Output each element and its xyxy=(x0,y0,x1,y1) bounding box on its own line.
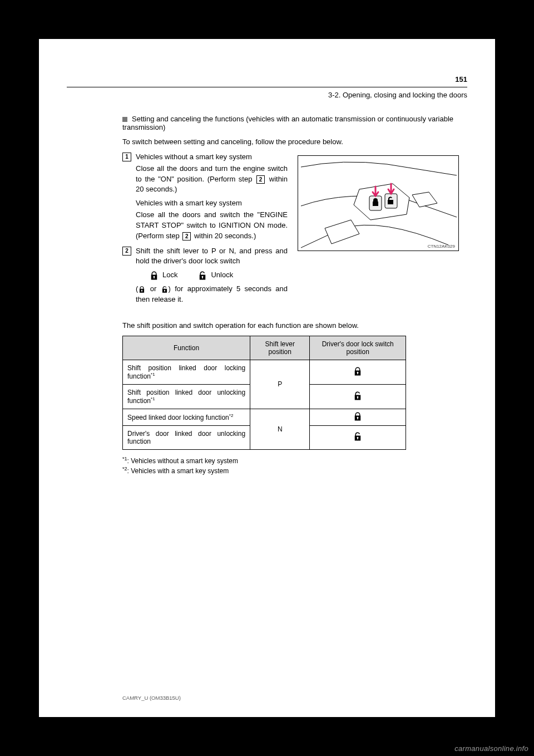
step-number-2: 2 xyxy=(122,247,131,256)
lock-item-lock: Lock xyxy=(149,270,177,281)
col-header-switch: Driver's door lock switch position xyxy=(310,336,406,360)
step-1b-tail: within 20 seconds.) xyxy=(192,232,256,240)
bullet-square-icon xyxy=(122,117,127,122)
diagram-svg xyxy=(298,156,459,252)
table-row: Shift position linked door locking funct… xyxy=(123,360,406,384)
unlock-icon xyxy=(353,391,363,401)
inline-step-ref-2b: 2 xyxy=(182,232,191,240)
step-2-text: Shift the shift lever to P or N, and pre… xyxy=(136,246,288,267)
unlock-icon xyxy=(197,271,207,281)
step-2: 2 Shift the shift lever to P or N, and p… xyxy=(122,246,288,305)
col-header-function: Function xyxy=(123,336,250,360)
step-2-tail: ( or ) for approximately 5 seconds and t… xyxy=(136,284,288,305)
lock-icon xyxy=(353,366,363,376)
step-2-body: Shift the shift lever to P or N, and pre… xyxy=(136,246,288,305)
lock-icon-inline xyxy=(138,286,146,293)
unlock-icon-inline xyxy=(161,286,169,293)
inline-step-ref-2: 2 xyxy=(256,175,265,184)
lock-icon xyxy=(353,411,363,421)
cell-shift-p: P xyxy=(250,360,310,409)
table-row: Speed linked door locking function*2 N xyxy=(123,409,406,425)
subheading: Setting and canceling the functions (veh… xyxy=(122,115,459,131)
step-1-body: Vehicles without a smart key system Clos… xyxy=(136,152,288,242)
functions-table-wrap: Function Shift lever position Driver's d… xyxy=(122,336,406,450)
unlock-icon xyxy=(353,431,363,441)
manual-page: 151 3-2. Opening, closing and locking th… xyxy=(39,39,495,717)
lock-label: Lock xyxy=(162,270,177,281)
step-number-1: 1 xyxy=(122,153,131,161)
footnotes: *1: Vehicles without a smart key system … xyxy=(122,455,459,477)
lock-item-unlock: Unlock xyxy=(197,270,233,281)
door-switch-diagram: CTN12AK029 xyxy=(298,155,459,251)
header-rule xyxy=(67,87,467,87)
footer-note: CAMRY_U (OM33B15U) xyxy=(122,695,459,701)
cell-function: Speed linked door locking function*2 xyxy=(123,409,250,425)
section-breadcrumb: 3-2. Opening, closing and locking the do… xyxy=(67,91,467,99)
unlock-label: Unlock xyxy=(211,270,233,281)
cell-icon-lock xyxy=(310,360,406,384)
step-1: 1 Vehicles without a smart key system Cl… xyxy=(122,152,288,242)
table-intro: The shift position and switch operation … xyxy=(122,321,459,331)
functions-table: Function Shift lever position Driver's d… xyxy=(122,336,406,450)
cell-icon-unlock xyxy=(310,425,406,449)
cell-icon-unlock xyxy=(310,384,406,409)
watermark: carmanualsonline.info xyxy=(454,744,528,753)
footnote-1: : Vehicles without a smart key system xyxy=(127,457,238,465)
cell-function: Shift position linked door locking funct… xyxy=(123,360,250,384)
two-column-layout: 1 Vehicles without a smart key system Cl… xyxy=(122,152,459,310)
table-header-row: Function Shift lever position Driver's d… xyxy=(123,336,406,360)
cell-function: Shift position linked door unlocking fun… xyxy=(123,384,250,409)
right-column: CTN12AK029 xyxy=(298,152,459,310)
cell-shift-n: N xyxy=(250,409,310,449)
subheading-text: Setting and canceling the functions (veh… xyxy=(122,115,453,131)
page-content: Setting and canceling the functions (veh… xyxy=(39,115,495,476)
cell-icon-lock xyxy=(310,409,406,425)
cell-function: Driver's door linked door unlocking func… xyxy=(123,425,250,449)
page-header: 151 3-2. Opening, closing and locking th… xyxy=(39,39,495,115)
left-column: 1 Vehicles without a smart key system Cl… xyxy=(122,152,288,310)
intro-paragraph: To switch between setting and canceling,… xyxy=(122,137,459,148)
lock-icon xyxy=(149,271,159,281)
footnote-2: : Vehicles with a smart key system xyxy=(127,467,229,475)
col-header-shift: Shift lever position xyxy=(250,336,310,360)
page-number: 151 xyxy=(67,75,467,84)
diagram-reference-code: CTN12AK029 xyxy=(428,244,455,249)
lock-icons-row: Lock Unlock xyxy=(149,270,288,281)
